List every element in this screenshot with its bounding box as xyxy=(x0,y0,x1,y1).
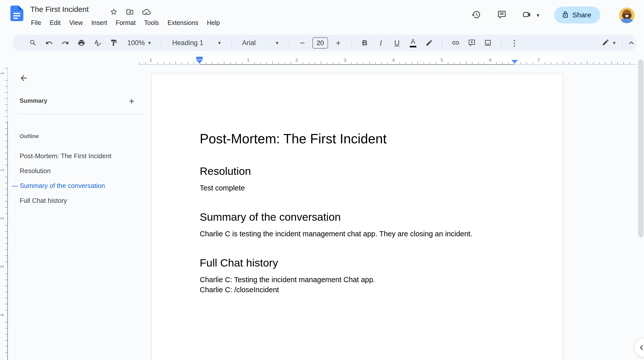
more-toolbar-options-button[interactable]: ⋮ xyxy=(508,37,520,49)
outline-item[interactable]: Post-Mortem: The First Incident xyxy=(0,149,144,163)
ruler-tick xyxy=(327,62,327,64)
ruler-tick xyxy=(5,298,7,298)
version-history-icon[interactable] xyxy=(469,8,483,22)
ruler-number: 7 xyxy=(537,57,540,63)
menu-item-edit[interactable]: Edit xyxy=(45,18,65,28)
search-menus-icon[interactable] xyxy=(27,37,39,49)
ruler-tick xyxy=(472,62,473,64)
menu-item-file[interactable]: File xyxy=(27,18,45,28)
ruler-tick xyxy=(309,62,309,64)
doc-title-heading[interactable]: Post-Mortem: The First Incident xyxy=(200,130,516,147)
ruler-tick xyxy=(399,62,400,64)
ruler-tick xyxy=(5,280,7,280)
ruler-number: 2 xyxy=(295,57,298,63)
document-body[interactable]: Post-Mortem: The First Incident Resoluti… xyxy=(200,127,516,295)
cloud-saved-icon[interactable] xyxy=(141,7,152,17)
vertical-scrollbar[interactable] xyxy=(638,59,643,237)
first-line-indent-marker[interactable] xyxy=(196,57,203,59)
menu-item-format[interactable]: Format xyxy=(111,18,140,28)
toolbar-divider xyxy=(161,38,162,48)
doc-paragraph[interactable]: Charlie C: /closeIncident xyxy=(200,285,516,295)
star-icon[interactable] xyxy=(108,7,119,17)
ruler-tick xyxy=(436,62,436,64)
ruler-tick xyxy=(375,62,376,64)
bold-button[interactable]: B xyxy=(359,37,371,49)
insert-link-icon[interactable] xyxy=(450,37,462,49)
print-icon[interactable] xyxy=(75,37,87,49)
hide-menus-icon[interactable] xyxy=(625,37,637,49)
ruler-tick xyxy=(315,62,315,64)
styles-select[interactable]: Heading 1 ▾ xyxy=(169,37,224,49)
ruler-tick xyxy=(605,62,606,64)
increase-font-size-button[interactable]: + xyxy=(332,37,344,49)
text-color-button[interactable]: A xyxy=(407,37,419,49)
italic-button[interactable]: I xyxy=(375,37,387,49)
underline-button[interactable]: U xyxy=(391,37,403,49)
menu-item-tools[interactable]: Tools xyxy=(140,18,163,28)
ruler-tick xyxy=(611,61,612,64)
call-options-caret-icon[interactable]: ▾ xyxy=(537,12,539,19)
share-button[interactable]: Share xyxy=(554,7,600,23)
menu-item-view[interactable]: View xyxy=(65,18,87,28)
undo-icon[interactable] xyxy=(43,37,55,49)
right-indent-marker[interactable] xyxy=(511,60,518,63)
ruler-number: 4 xyxy=(392,57,395,63)
ruler-tick xyxy=(599,62,600,64)
outline-item[interactable]: Resolution xyxy=(0,163,144,178)
toolbar-divider xyxy=(289,38,289,48)
comments-icon[interactable] xyxy=(495,8,509,22)
join-call-icon[interactable] xyxy=(520,8,534,22)
ruler-tick xyxy=(424,62,424,64)
pencil-icon xyxy=(602,39,609,47)
ruler-tick xyxy=(351,62,352,64)
ruler-tick xyxy=(5,80,7,81)
ruler-tick xyxy=(5,352,7,353)
account-avatar[interactable] xyxy=(619,8,635,23)
close-outline-back-icon[interactable] xyxy=(17,71,31,85)
ruler-tick xyxy=(169,62,170,64)
paint-format-icon[interactable] xyxy=(108,37,120,49)
docs-logo-icon[interactable] xyxy=(10,6,24,21)
doc-paragraph[interactable]: Test complete xyxy=(200,183,516,193)
ruler-tick xyxy=(5,92,7,93)
add-comment-icon[interactable] xyxy=(466,37,478,49)
ruler-tick xyxy=(5,147,7,147)
ruler-tick xyxy=(593,62,594,64)
outline-item[interactable]: —Summary of the conversation xyxy=(0,178,144,193)
outline-heading: Outline xyxy=(20,133,39,140)
ruler-tick xyxy=(5,231,7,232)
document-title-input[interactable]: The First Incident xyxy=(30,5,89,14)
toolbar-divider xyxy=(501,38,501,48)
menu-item-extensions[interactable]: Extensions xyxy=(163,18,202,28)
move-folder-icon[interactable] xyxy=(125,7,135,17)
ruler-tick xyxy=(405,62,406,64)
ruler-tick xyxy=(254,62,255,64)
doc-section-heading[interactable]: Resolution xyxy=(200,164,516,178)
add-summary-button[interactable]: + xyxy=(126,95,138,107)
highlight-color-icon[interactable] xyxy=(423,37,435,49)
show-side-panel-button[interactable] xyxy=(634,338,644,357)
menu-item-insert[interactable]: Insert xyxy=(87,18,111,28)
spellcheck-icon[interactable] xyxy=(92,37,104,49)
insert-image-icon[interactable] xyxy=(482,37,494,49)
editing-mode-select[interactable]: ▾ xyxy=(598,37,619,49)
zoom-select[interactable]: 100% ▾ xyxy=(124,37,154,49)
ruler-tick xyxy=(357,62,358,64)
font-size-input[interactable] xyxy=(312,37,328,49)
menu-item-help[interactable]: Help xyxy=(203,18,224,28)
ruler-tick xyxy=(5,135,7,135)
font-select[interactable]: Arial ▾ xyxy=(239,37,282,49)
ruler-tick xyxy=(502,62,503,64)
doc-paragraph[interactable]: Charlie C: Testing the incident manageme… xyxy=(200,275,516,285)
ruler-tick xyxy=(5,122,7,123)
active-item-dash: — xyxy=(12,182,18,190)
doc-paragraph[interactable]: Charlie C is testing the incident manage… xyxy=(200,229,516,239)
ruler-tick xyxy=(182,62,182,64)
left-indent-marker[interactable] xyxy=(196,60,203,63)
decrease-font-size-button[interactable]: − xyxy=(296,37,308,49)
doc-section-heading[interactable]: Summary of the conversation xyxy=(200,210,516,224)
outline-item[interactable]: Full Chat history xyxy=(0,193,144,208)
ruler-tick xyxy=(418,61,418,64)
redo-icon[interactable] xyxy=(59,37,71,49)
doc-section-heading[interactable]: Full Chat history xyxy=(200,256,516,270)
